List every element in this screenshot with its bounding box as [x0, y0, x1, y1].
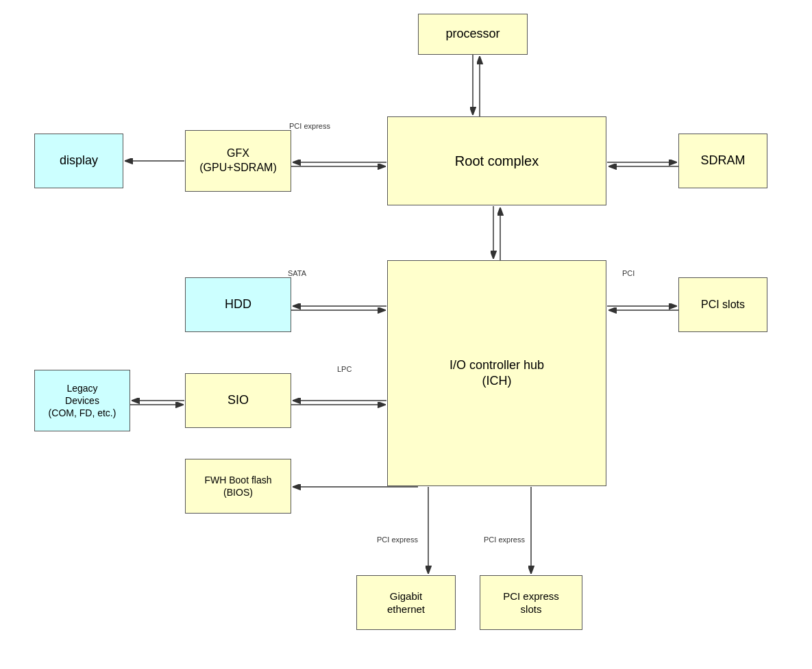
hdd-box: HDD — [185, 277, 291, 332]
pci-slots-box: PCI slots — [678, 277, 767, 332]
hdd-label: HDD — [225, 296, 251, 312]
gigabit-box: Gigabitethernet — [356, 575, 456, 630]
sdram-box: SDRAM — [678, 134, 767, 188]
gfx-label: GFX(GPU+SDRAM) — [199, 147, 276, 175]
legacy-devices-box: LegacyDevices(COM, FD, etc.) — [34, 370, 130, 431]
ich-box: I/O controller hub(ICH) — [387, 260, 606, 486]
label-lpc: LPC — [337, 365, 352, 373]
label-pci: PCI — [622, 269, 635, 277]
legacy-label: LegacyDevices(COM, FD, etc.) — [49, 382, 116, 420]
root-complex-box: Root complex — [387, 116, 606, 205]
fwh-label: FWH Boot flash(BIOS) — [204, 474, 271, 498]
sdram-label: SDRAM — [700, 153, 745, 168]
display-label: display — [60, 153, 98, 168]
display-box: display — [34, 134, 123, 188]
label-pci-express-top: PCI express — [289, 122, 330, 130]
fwh-box: FWH Boot flash(BIOS) — [185, 459, 291, 514]
diagram: processor Root complex GFX(GPU+SDRAM) di… — [0, 0, 812, 669]
pcie-slots-label: PCI expressslots — [503, 590, 559, 616]
gigabit-label: Gigabitethernet — [387, 590, 425, 616]
label-pcie-bottom-right: PCI express — [484, 535, 525, 544]
ich-label: I/O controller hub(ICH) — [450, 357, 544, 390]
label-pcie-bottom-left: PCI express — [377, 535, 418, 544]
processor-box: processor — [418, 14, 528, 55]
processor-label: processor — [445, 26, 500, 42]
label-sata: SATA — [288, 269, 306, 277]
sio-label: SIO — [227, 392, 249, 408]
root-complex-label: Root complex — [455, 152, 539, 170]
pcie-slots-box: PCI expressslots — [480, 575, 582, 630]
sio-box: SIO — [185, 373, 291, 428]
pci-slots-label: PCI slots — [701, 298, 745, 312]
gfx-box: GFX(GPU+SDRAM) — [185, 130, 291, 192]
